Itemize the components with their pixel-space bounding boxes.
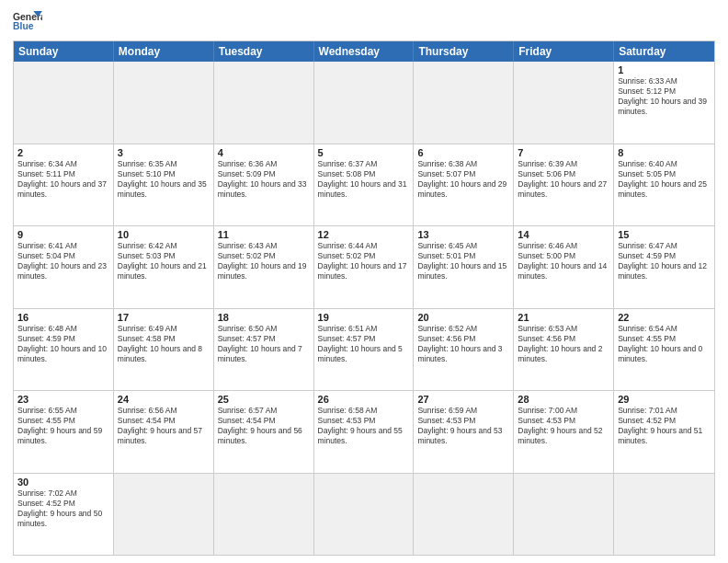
- cell-sun-info: Sunrise: 6:37 AM Sunset: 5:08 PM Dayligh…: [318, 159, 410, 200]
- calendar-cell-day-26: 26Sunrise: 6:58 AM Sunset: 4:53 PM Dayli…: [314, 391, 415, 473]
- cell-sun-info: Sunrise: 6:35 AM Sunset: 5:10 PM Dayligh…: [118, 159, 210, 200]
- day-number: 2: [17, 147, 109, 158]
- day-number: 28: [518, 394, 609, 405]
- day-number: 10: [118, 229, 210, 240]
- calendar-cell-empty: [14, 62, 114, 144]
- cell-sun-info: Sunrise: 7:00 AM Sunset: 4:53 PM Dayligh…: [518, 406, 609, 446]
- calendar-row-2: 9Sunrise: 6:41 AM Sunset: 5:04 PM Daylig…: [14, 225, 714, 308]
- calendar: SundayMondayTuesdayWednesdayThursdayFrid…: [13, 40, 715, 556]
- day-number: 8: [618, 147, 711, 158]
- cell-sun-info: Sunrise: 6:38 AM Sunset: 5:07 PM Dayligh…: [417, 159, 509, 200]
- calendar-cell-day-12: 12Sunrise: 6:44 AM Sunset: 5:02 PM Dayli…: [314, 226, 415, 308]
- calendar-row-4: 23Sunrise: 6:55 AM Sunset: 4:55 PM Dayli…: [14, 390, 714, 473]
- calendar-cell-day-8: 8Sunrise: 6:40 AM Sunset: 5:05 PM Daylig…: [614, 144, 714, 226]
- day-number: 7: [518, 147, 609, 158]
- cell-sun-info: Sunrise: 7:02 AM Sunset: 4:52 PM Dayligh…: [17, 488, 109, 529]
- cell-sun-info: Sunrise: 6:58 AM Sunset: 4:53 PM Dayligh…: [318, 406, 410, 446]
- calendar-cell-empty: [614, 474, 714, 556]
- day-number: 15: [618, 229, 711, 240]
- calendar-cell-empty: [214, 62, 314, 144]
- day-number: 9: [17, 229, 109, 240]
- calendar-cell-day-7: 7Sunrise: 6:39 AM Sunset: 5:06 PM Daylig…: [514, 144, 614, 226]
- header: General Blue: [13, 9, 715, 35]
- day-number: 26: [318, 394, 410, 405]
- calendar-cell-day-14: 14Sunrise: 6:46 AM Sunset: 5:00 PM Dayli…: [514, 226, 614, 308]
- calendar-cell-day-15: 15Sunrise: 6:47 AM Sunset: 4:59 PM Dayli…: [614, 226, 714, 308]
- cell-sun-info: Sunrise: 6:43 AM Sunset: 5:02 PM Dayligh…: [218, 241, 310, 282]
- day-number: 12: [318, 229, 410, 240]
- day-number: 22: [618, 312, 711, 323]
- calendar-cell-day-4: 4Sunrise: 6:36 AM Sunset: 5:09 PM Daylig…: [214, 144, 314, 226]
- day-number: 11: [218, 229, 310, 240]
- cell-sun-info: Sunrise: 6:33 AM Sunset: 5:12 PM Dayligh…: [618, 76, 711, 117]
- calendar-row-0: 1Sunrise: 6:33 AM Sunset: 5:12 PM Daylig…: [14, 62, 714, 144]
- weekday-header-friday: Friday: [514, 41, 614, 62]
- weekday-header-wednesday: Wednesday: [314, 41, 415, 62]
- calendar-cell-day-23: 23Sunrise: 6:55 AM Sunset: 4:55 PM Dayli…: [14, 391, 114, 473]
- day-number: 25: [218, 394, 310, 405]
- calendar-cell-day-13: 13Sunrise: 6:45 AM Sunset: 5:01 PM Dayli…: [414, 226, 514, 308]
- calendar-cell-day-22: 22Sunrise: 6:54 AM Sunset: 4:55 PM Dayli…: [614, 309, 714, 391]
- calendar-cell-empty: [314, 62, 415, 144]
- calendar-cell-empty: [314, 474, 415, 556]
- calendar-row-3: 16Sunrise: 6:48 AM Sunset: 4:59 PM Dayli…: [14, 308, 714, 391]
- day-number: 18: [218, 312, 310, 323]
- cell-sun-info: Sunrise: 7:01 AM Sunset: 4:52 PM Dayligh…: [618, 406, 711, 446]
- calendar-body: 1Sunrise: 6:33 AM Sunset: 5:12 PM Daylig…: [14, 62, 714, 555]
- cell-sun-info: Sunrise: 6:42 AM Sunset: 5:03 PM Dayligh…: [118, 241, 210, 282]
- calendar-header: SundayMondayTuesdayWednesdayThursdayFrid…: [14, 41, 714, 62]
- calendar-cell-empty: [414, 474, 514, 556]
- day-number: 21: [518, 312, 609, 323]
- calendar-cell-day-20: 20Sunrise: 6:52 AM Sunset: 4:56 PM Dayli…: [414, 309, 514, 391]
- cell-sun-info: Sunrise: 6:50 AM Sunset: 4:57 PM Dayligh…: [218, 324, 310, 364]
- calendar-cell-day-24: 24Sunrise: 6:56 AM Sunset: 4:54 PM Dayli…: [114, 391, 214, 473]
- cell-sun-info: Sunrise: 6:52 AM Sunset: 4:56 PM Dayligh…: [417, 324, 509, 364]
- cell-sun-info: Sunrise: 6:51 AM Sunset: 4:57 PM Dayligh…: [318, 324, 410, 364]
- svg-text:Blue: Blue: [13, 21, 34, 31]
- calendar-cell-day-11: 11Sunrise: 6:43 AM Sunset: 5:02 PM Dayli…: [214, 226, 314, 308]
- cell-sun-info: Sunrise: 6:41 AM Sunset: 5:04 PM Dayligh…: [17, 241, 109, 282]
- day-number: 4: [218, 147, 310, 158]
- calendar-cell-empty: [114, 62, 214, 144]
- calendar-cell-day-1: 1Sunrise: 6:33 AM Sunset: 5:12 PM Daylig…: [614, 62, 714, 144]
- cell-sun-info: Sunrise: 6:57 AM Sunset: 4:54 PM Dayligh…: [218, 406, 310, 446]
- calendar-cell-empty: [114, 474, 214, 556]
- day-number: 24: [118, 394, 210, 405]
- calendar-cell-day-19: 19Sunrise: 6:51 AM Sunset: 4:57 PM Dayli…: [314, 309, 415, 391]
- calendar-cell-day-2: 2Sunrise: 6:34 AM Sunset: 5:11 PM Daylig…: [14, 144, 114, 226]
- day-number: 6: [417, 147, 509, 158]
- day-number: 16: [17, 312, 109, 323]
- general-blue-logo-icon: General Blue: [13, 9, 42, 35]
- calendar-cell-empty: [414, 62, 514, 144]
- day-number: 19: [318, 312, 410, 323]
- weekday-header-sunday: Sunday: [14, 41, 114, 62]
- cell-sun-info: Sunrise: 6:36 AM Sunset: 5:09 PM Dayligh…: [218, 159, 310, 200]
- day-number: 23: [17, 394, 109, 405]
- cell-sun-info: Sunrise: 6:55 AM Sunset: 4:55 PM Dayligh…: [17, 406, 109, 446]
- cell-sun-info: Sunrise: 6:45 AM Sunset: 5:01 PM Dayligh…: [417, 241, 509, 282]
- weekday-header-monday: Monday: [114, 41, 214, 62]
- calendar-cell-day-9: 9Sunrise: 6:41 AM Sunset: 5:04 PM Daylig…: [14, 226, 114, 308]
- day-number: 1: [618, 64, 711, 75]
- cell-sun-info: Sunrise: 6:54 AM Sunset: 4:55 PM Dayligh…: [618, 324, 711, 364]
- day-number: 17: [118, 312, 210, 323]
- calendar-cell-day-29: 29Sunrise: 7:01 AM Sunset: 4:52 PM Dayli…: [614, 391, 714, 473]
- calendar-row-1: 2Sunrise: 6:34 AM Sunset: 5:11 PM Daylig…: [14, 144, 714, 226]
- cell-sun-info: Sunrise: 6:49 AM Sunset: 4:58 PM Dayligh…: [118, 324, 210, 364]
- day-number: 13: [417, 229, 509, 240]
- day-number: 3: [118, 147, 210, 158]
- calendar-cell-empty: [214, 474, 314, 556]
- calendar-cell-day-17: 17Sunrise: 6:49 AM Sunset: 4:58 PM Dayli…: [114, 309, 214, 391]
- day-number: 27: [417, 394, 509, 405]
- calendar-row-5: 30Sunrise: 7:02 AM Sunset: 4:52 PM Dayli…: [14, 473, 714, 556]
- cell-sun-info: Sunrise: 6:47 AM Sunset: 4:59 PM Dayligh…: [618, 241, 711, 282]
- cell-sun-info: Sunrise: 6:34 AM Sunset: 5:11 PM Dayligh…: [17, 159, 109, 200]
- logo: General Blue: [13, 9, 42, 35]
- cell-sun-info: Sunrise: 6:59 AM Sunset: 4:53 PM Dayligh…: [417, 406, 509, 446]
- cell-sun-info: Sunrise: 6:56 AM Sunset: 4:54 PM Dayligh…: [118, 406, 210, 446]
- cell-sun-info: Sunrise: 6:44 AM Sunset: 5:02 PM Dayligh…: [318, 241, 410, 282]
- calendar-cell-day-18: 18Sunrise: 6:50 AM Sunset: 4:57 PM Dayli…: [214, 309, 314, 391]
- calendar-cell-empty: [514, 474, 614, 556]
- calendar-cell-day-21: 21Sunrise: 6:53 AM Sunset: 4:56 PM Dayli…: [514, 309, 614, 391]
- cell-sun-info: Sunrise: 6:53 AM Sunset: 4:56 PM Dayligh…: [518, 324, 609, 364]
